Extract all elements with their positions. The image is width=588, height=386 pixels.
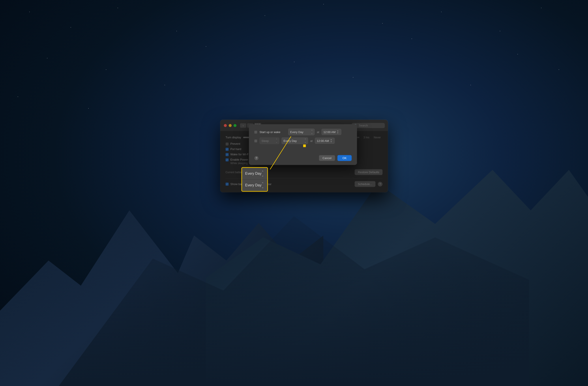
dialog-help-button[interactable]: ?	[254, 156, 259, 160]
schedule-dialog: Start up or wake Every Day ⌃⌄ at 12:00 A…	[249, 124, 357, 165]
app-window: ‹ › Energy Saver 🔍 Search Turn display	[220, 157, 388, 230]
put-hard-label: Put hard	[231, 147, 241, 151]
sleep-day-value: Every Day	[284, 139, 297, 142]
sleep-time-down[interactable]: ▼	[330, 141, 332, 143]
startup-checkbox[interactable]	[254, 131, 257, 134]
turn-display-label: Turn display	[226, 136, 241, 139]
startup-time-up[interactable]: ▲	[337, 130, 338, 132]
sleep-action-dropdown[interactable]: Sleep ⌃⌄	[260, 137, 279, 144]
help-button[interactable]: ?	[378, 182, 383, 186]
slider-never-label: Never	[374, 136, 381, 139]
sleep-action-arrow: ⌃⌄	[276, 138, 277, 143]
schedule-button[interactable]: Schedule...	[355, 181, 376, 187]
highlight-box: Every Day ⌃⌄ Every Day ⌃⌄	[242, 167, 268, 192]
highlight-dropdown-1[interactable]: Every Day ⌃⌄	[242, 168, 267, 180]
enable-power-checkbox[interactable]	[226, 158, 229, 161]
sleep-day-dropdown[interactable]: Every Day ⌃⌄	[282, 137, 308, 144]
highlight-dropdown-2-text: Every Day	[245, 183, 262, 187]
dialog-body: Start up or wake Every Day ⌃⌄ at 12:00 A…	[249, 124, 357, 153]
startup-day-arrow: ⌃⌄	[311, 130, 313, 135]
startup-time-down[interactable]: ▼	[337, 132, 338, 134]
startup-day-dropdown[interactable]: Every Day ⌃⌄	[288, 129, 315, 135]
ok-button[interactable]: OK	[337, 155, 352, 161]
footer-right: Schedule... ?	[355, 181, 383, 187]
sleep-time-field[interactable]: 12:00 AM ▲ ▼	[315, 138, 335, 144]
startup-time-stepper[interactable]: ▲ ▼	[337, 130, 338, 134]
startup-day-value: Every Day	[290, 130, 303, 134]
restore-defaults-button[interactable]: Restore Defaults	[355, 169, 383, 175]
slider-3hrs-label: 3 hrs	[363, 136, 369, 139]
sleep-time-up[interactable]: ▲	[330, 139, 332, 141]
startup-time-value: 12:00 AM	[323, 130, 336, 134]
highlight-arrow-1: ⌃⌄	[261, 170, 264, 177]
startup-at-label: at	[317, 130, 319, 134]
slider-labels: 3 hrs Never	[362, 136, 383, 139]
put-hard-checkbox[interactable]	[226, 148, 229, 151]
sleep-time-stepper[interactable]: ▲ ▼	[330, 139, 332, 143]
yellow-dot	[303, 145, 306, 147]
dialog-footer: ? Cancel OK	[249, 153, 357, 165]
sleep-time-value: 12:00 AM	[317, 139, 329, 142]
wake-wifi-label: Wake for Wi-F	[231, 153, 249, 156]
highlight-dropdown-2[interactable]: Every Day ⌃⌄	[242, 180, 267, 191]
highlight-overlay: Every Day ⌃⌄ Every Day ⌃⌄	[242, 167, 268, 192]
cancel-button[interactable]: Cancel	[319, 155, 335, 161]
sleep-day-arrow: ⌃⌄	[304, 138, 306, 143]
wake-wifi-checkbox[interactable]	[226, 153, 229, 156]
sleep-action-value: Sleep	[262, 139, 269, 142]
startup-label: Start up or wake	[260, 130, 286, 134]
highlight-arrow-2: ⌃⌄	[261, 182, 264, 189]
prevent-checkbox[interactable]	[226, 143, 229, 146]
dot-indicator-row	[254, 146, 352, 149]
sleep-checkbox[interactable]	[254, 139, 257, 143]
show-battery-checkbox[interactable]	[226, 182, 229, 186]
prevent-label: Prevent	[231, 142, 240, 145]
highlight-dropdown-1-text: Every Day	[245, 172, 262, 175]
sleep-row: Sleep ⌃⌄ Every Day ⌃⌄ at 12:00 AM ▲ ▼	[254, 137, 352, 144]
sleep-at-label: at	[310, 139, 313, 142]
startup-time-field[interactable]: 12:00 AM ▲ ▼	[321, 129, 341, 135]
startup-row: Start up or wake Every Day ⌃⌄ at 12:00 A…	[254, 129, 352, 135]
